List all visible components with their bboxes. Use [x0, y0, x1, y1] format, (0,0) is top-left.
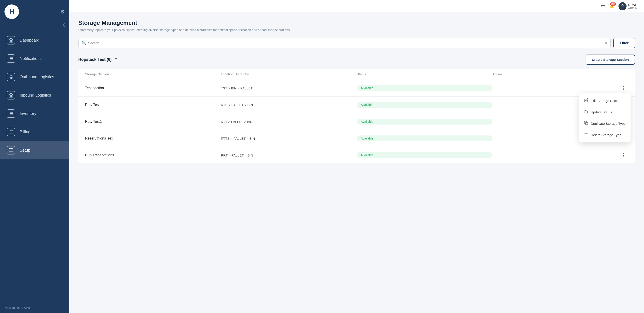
- status-badge: Available: [357, 102, 492, 108]
- sidebar-item-inventory[interactable]: Inventory: [0, 104, 69, 123]
- svg-rect-22: [586, 122, 588, 125]
- avatar: [618, 2, 626, 10]
- filter-button[interactable]: Filter: [613, 38, 635, 48]
- inventory-icon: [7, 109, 15, 118]
- sidebar-item-label: Outbound Logistics: [20, 75, 54, 79]
- sidebar-item-label: Inbound Logistics: [20, 93, 51, 98]
- status-badge: Available: [357, 135, 492, 141]
- trash-icon: [584, 132, 588, 137]
- action-dropdown: Edit Storage Section Update Status Dupli…: [579, 93, 630, 142]
- user-info: Rutvi ADMIN: [628, 3, 637, 9]
- status-badge: Available: [357, 119, 492, 125]
- duplicate-storage-type-option[interactable]: Duplicate Storage Type: [579, 118, 630, 129]
- copy-icon: [584, 121, 588, 126]
- update-status-option[interactable]: Update Status: [579, 106, 630, 118]
- svg-point-21: [622, 4, 623, 6]
- status-badge: Available: [357, 85, 492, 91]
- location-hierarchy: RRT > PALLET > BIN: [221, 153, 357, 157]
- sidebar-item-outbound[interactable]: Outbound Logistics: [0, 68, 69, 86]
- section-title[interactable]: Hopstack Test (6) ⌃: [78, 57, 118, 62]
- inbound-icon: [7, 91, 15, 99]
- update-status-label: Update Status: [591, 110, 612, 114]
- setup-icon: [7, 146, 15, 154]
- section-header: Hopstack Test (6) ⌃ Create Storage Secti…: [78, 54, 635, 65]
- refresh-icon: [584, 110, 588, 115]
- edit-storage-label: Edit Storage Section: [591, 99, 622, 103]
- table-row: ReservationsTest RTTS > PALLET > BIN Ava…: [78, 130, 635, 147]
- duplicate-storage-label: Duplicate Storage Type: [591, 122, 626, 125]
- sidebar-item-inbound[interactable]: Inbound Logistics: [0, 86, 69, 104]
- outbound-icon: [7, 73, 15, 81]
- clear-icon[interactable]: ✕: [604, 41, 608, 46]
- delete-storage-type-option[interactable]: Delete Storage Type: [579, 129, 630, 141]
- settings-icon[interactable]: ⚙: [60, 9, 65, 15]
- table-header: Storage Section Location Hierarchy Statu…: [78, 69, 635, 80]
- chevron-up-icon: ⌃: [114, 57, 118, 62]
- delete-storage-label: Delete Storage Type: [591, 133, 621, 137]
- storage-table: Storage Section Location Hierarchy Statu…: [78, 69, 635, 163]
- sidebar-item-dashboard[interactable]: Dashboard: [0, 31, 69, 49]
- storage-section-name: RutviReservations: [85, 153, 221, 157]
- location-hierarchy: RTTS > PALLET > BIN: [221, 137, 357, 140]
- action-menu-button[interactable]: ⋮: [492, 152, 628, 158]
- storage-section-name: Test section: [85, 86, 221, 90]
- col-action: Action: [492, 72, 628, 76]
- location-hierarchy: RTS > PALLET > BIN: [221, 103, 357, 107]
- table-row: RutviTest1 RT1 > PALLET > BIN Available …: [78, 113, 635, 130]
- status-badge: Available: [357, 152, 492, 158]
- sidebar-collapse: 《: [0, 21, 69, 31]
- table-row: Test section TST > BIN > PALLET Availabl…: [78, 80, 635, 97]
- search-icon: 🔍: [82, 41, 86, 46]
- storage-section-name: RutviTest1: [85, 120, 221, 124]
- billing-icon: [7, 128, 15, 136]
- col-status: Status: [357, 72, 492, 76]
- create-storage-section-button[interactable]: Create Storage Section: [586, 54, 635, 65]
- collapse-icon[interactable]: 《: [61, 22, 65, 28]
- sidebar-item-label: Dashboard: [20, 38, 40, 43]
- sidebar-nav: Dashboard Notifications Outbound Logisti…: [0, 31, 69, 303]
- notification-bell[interactable]: 🔔 297: [610, 4, 614, 8]
- storage-section-name: RutviTest: [85, 103, 221, 107]
- table-row: RutviTest RTS > PALLET > BIN Available ⋮: [78, 97, 635, 113]
- topbar: ⇄ 🔔 297 Rutvi ADMIN: [69, 0, 644, 13]
- edit-icon: [584, 98, 588, 103]
- col-location-hierarchy: Location Hierarchy: [221, 72, 357, 76]
- sidebar-item-billing[interactable]: Billing: [0, 123, 69, 141]
- search-wrapper: 🔍 ✕: [78, 38, 611, 48]
- col-storage-section: Storage Section: [85, 72, 221, 76]
- content-area: Storage Management Effortlessly replicat…: [69, 13, 644, 313]
- user-role: ADMIN: [628, 7, 637, 9]
- location-hierarchy: TST > BIN > PALLET: [221, 86, 357, 90]
- page-title: Storage Management: [78, 19, 635, 26]
- svg-rect-18: [9, 148, 13, 151]
- sidebar-item-label: Setup: [20, 148, 30, 153]
- sidebar-item-label: Inventory: [20, 111, 36, 116]
- search-input[interactable]: [78, 38, 611, 48]
- sidebar: H ⚙ 《 Dashboard Notifications Outbound L…: [0, 0, 69, 313]
- storage-section-name: ReservationsTest: [85, 136, 221, 140]
- user-menu[interactable]: Rutvi ADMIN: [618, 2, 637, 10]
- dashboard-icon: [7, 36, 15, 44]
- sidebar-logo: H: [4, 4, 19, 19]
- username: Rutvi: [628, 3, 637, 7]
- edit-storage-section-option[interactable]: Edit Storage Section: [579, 95, 630, 106]
- notification-badge: 297: [610, 2, 616, 5]
- transfer-icon[interactable]: ⇄: [601, 3, 605, 9]
- action-menu-button[interactable]: ⋮: [492, 85, 628, 91]
- sidebar-item-label: Notifications: [20, 56, 42, 61]
- notifications-icon: [7, 54, 15, 63]
- location-hierarchy: RT1 > PALLET > BIN: [221, 120, 357, 124]
- sidebar-item-label: Billing: [20, 130, 30, 134]
- search-row: 🔍 ✕ Filter: [78, 38, 635, 48]
- sidebar-header: H ⚙: [0, 0, 69, 21]
- page-subtitle: Effortlessly replicate your physical spa…: [78, 28, 635, 32]
- main-content: ⇄ 🔔 297 Rutvi ADMIN Storage Management E…: [69, 0, 644, 313]
- sidebar-item-setup[interactable]: Setup: [0, 141, 69, 159]
- table-row: RutviReservations RRT > PALLET > BIN Ava…: [78, 147, 635, 163]
- sidebar-item-notifications[interactable]: Notifications: [0, 49, 69, 68]
- version-label: version : 9c71724b: [0, 303, 69, 313]
